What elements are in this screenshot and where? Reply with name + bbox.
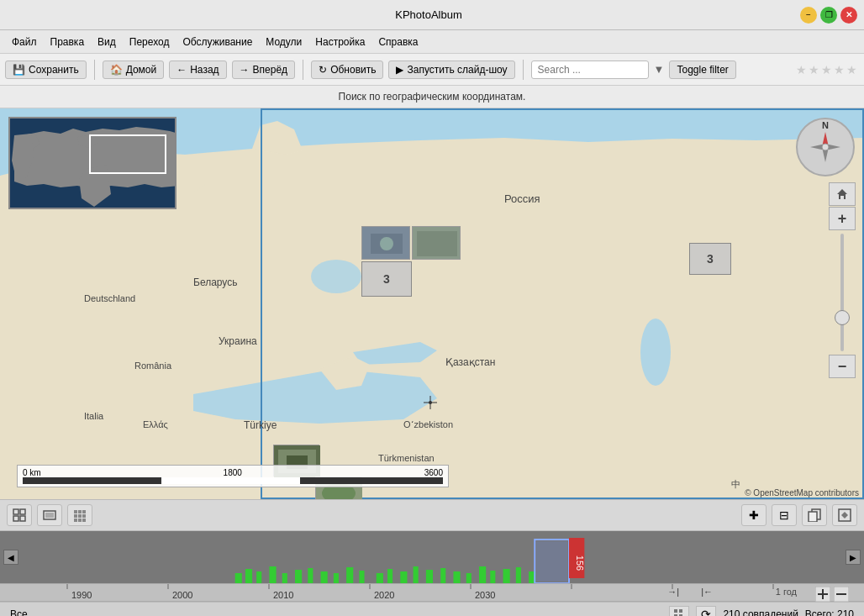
menu-view[interactable]: Вид (91, 34, 123, 50)
menu-maintenance[interactable]: Обслуживание (176, 34, 259, 50)
save-icon: 💾 (13, 64, 25, 76)
timeline-prev-button[interactable]: ◀ (3, 550, 18, 565)
home-icon: 🏠 (110, 64, 123, 76)
svg-rect-22 (13, 509, 18, 514)
menu-file[interactable]: Файл (5, 34, 44, 50)
menu-modules[interactable]: Модули (259, 34, 308, 50)
map-container[interactable]: Россия Беларусь Украина Deutschland Româ… (0, 108, 864, 499)
svg-text:N: N (822, 120, 829, 130)
status-view-button[interactable] (669, 606, 689, 617)
home-map-button[interactable] (829, 182, 856, 206)
svg-rect-7 (417, 231, 457, 256)
status-loading-button[interactable]: ⟳ (696, 606, 716, 617)
map-controls: + − (829, 182, 856, 378)
matches-label: 210 совпадений (723, 608, 798, 617)
svg-rect-27 (45, 513, 54, 518)
svg-rect-59 (466, 573, 472, 583)
status-bar: Все ⟳ 210 совпадений Всего: 210 (0, 602, 864, 616)
svg-rect-28 (74, 510, 77, 513)
home-button[interactable]: 🏠 Домой (103, 61, 165, 79)
map-fullscreen-button[interactable] (832, 504, 857, 526)
bottom-toolbar: ✚ ⊟ (0, 499, 864, 531)
menu-edit[interactable]: Правка (44, 34, 92, 50)
zoom-in-button[interactable]: + (829, 207, 856, 230)
svg-rect-38 (809, 512, 817, 522)
slideshow-button[interactable]: ▶ Запустить слайд-шоу (388, 61, 514, 79)
view-icon2[interactable] (37, 504, 62, 526)
toggle-filter-button[interactable]: Toggle filter (669, 61, 735, 79)
cluster-russia2[interactable]: 3 (689, 243, 731, 275)
forward-button[interactable]: → Вперёд (232, 61, 296, 79)
svg-rect-63 (516, 567, 521, 583)
mini-map-svg (10, 118, 176, 209)
svg-rect-29 (78, 510, 82, 513)
menu-settings[interactable]: Настройка (308, 34, 371, 50)
close-button[interactable]: ✕ (840, 7, 857, 24)
svg-rect-33 (82, 514, 86, 518)
year-labels-row: 1990 2000 2010 2020 2030 →| |← 1 год (0, 583, 864, 602)
svg-text:2020: 2020 (374, 590, 394, 600)
subheader: Поиск по географическим координатам. (0, 86, 864, 108)
svg-rect-62 (503, 569, 510, 583)
cluster-box-2[interactable]: 3 (689, 243, 731, 275)
copy-button[interactable] (802, 504, 827, 526)
title-bar: KPhotoAlbum − ❐ ✕ (0, 0, 864, 30)
star-rating[interactable]: ★★★★★ (796, 63, 859, 76)
timeline-add-button[interactable] (815, 587, 830, 604)
cluster-russia[interactable]: 3 (361, 226, 461, 297)
minimize-button[interactable]: − (800, 7, 817, 24)
save-button[interactable]: 💾 Сохранить (5, 61, 87, 79)
svg-text:156: 156 (575, 555, 585, 571)
compass-rose[interactable]: N (795, 117, 856, 177)
total-label: Всего: 210 (805, 608, 854, 617)
svg-rect-23 (20, 509, 25, 514)
svg-rect-36 (82, 519, 86, 522)
menu-bar: Файл Правка Вид Переход Обслуживание Мод… (0, 30, 864, 54)
svg-rect-52 (377, 573, 383, 583)
refresh-button[interactable]: ↻ Обновить (311, 61, 383, 79)
zoom-out-button[interactable]: − (829, 355, 856, 378)
filter-icon: ▼ (654, 63, 665, 76)
view-icon3[interactable] (67, 504, 92, 526)
separator1 (94, 60, 95, 80)
svg-text:2010: 2010 (273, 590, 293, 600)
add-location-button[interactable]: ✚ (741, 504, 767, 526)
view-icon1[interactable] (7, 504, 32, 526)
svg-rect-35 (78, 519, 82, 522)
svg-rect-50 (346, 567, 353, 583)
timeline-end-right[interactable]: →| (667, 587, 679, 597)
svg-rect-53 (387, 569, 392, 583)
zoom-slider-thumb[interactable] (835, 310, 850, 325)
search-input[interactable] (531, 61, 649, 79)
svg-rect-47 (308, 568, 313, 583)
maximize-button[interactable]: ❐ (820, 7, 837, 24)
menu-help[interactable]: Справка (371, 34, 424, 50)
remove-location-button[interactable]: ⊟ (772, 504, 797, 526)
menu-navigate[interactable]: Переход (123, 34, 176, 50)
timeline-bars-container: 156 (21, 531, 843, 583)
mini-map[interactable] (8, 117, 176, 209)
separator3 (523, 60, 524, 80)
svg-rect-30 (82, 510, 86, 513)
timeline-area[interactable]: ◀ (0, 531, 864, 583)
cluster-box-1[interactable]: 3 (361, 261, 412, 297)
svg-rect-44 (269, 566, 276, 583)
all-label: Все (10, 608, 28, 617)
svg-rect-88 (679, 609, 682, 613)
toolbar: 💾 Сохранить 🏠 Домой ← Назад → Вперёд ↻ О… (0, 54, 864, 86)
svg-text:2030: 2030 (475, 590, 495, 600)
app-title: KPhotoAlbum (57, 8, 800, 21)
scale-bar: 0 km 1800 3600 (17, 465, 449, 487)
svg-point-2 (640, 319, 671, 386)
svg-rect-45 (282, 573, 287, 583)
svg-rect-57 (440, 568, 445, 583)
timeline-end-left[interactable]: |← (701, 587, 713, 597)
timeline-next-button[interactable]: ▶ (846, 550, 861, 565)
separator2 (303, 60, 303, 80)
back-button[interactable]: ← Назад (169, 61, 226, 79)
svg-rect-31 (74, 514, 77, 518)
svg-rect-49 (334, 573, 339, 583)
back-icon: ← (176, 64, 187, 76)
zoom-slider-track[interactable] (840, 234, 844, 351)
timeline-remove-button[interactable] (834, 587, 849, 604)
